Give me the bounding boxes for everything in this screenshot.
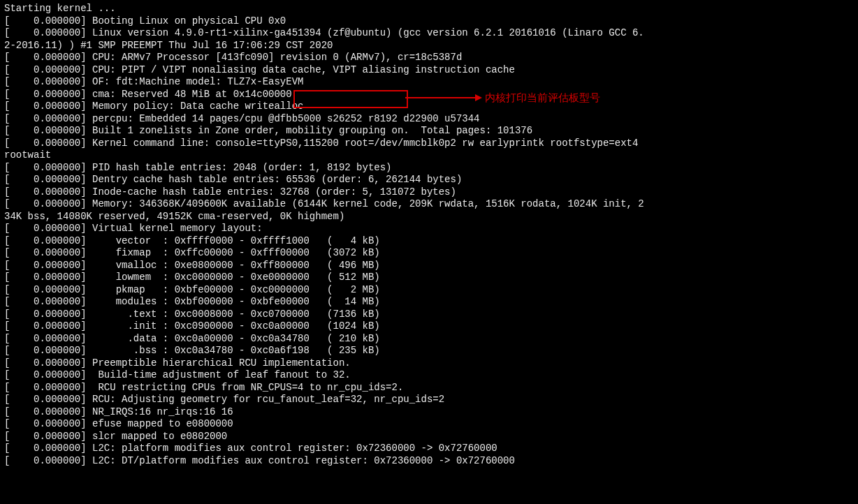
terminal-line: [ 0.000000] Memory policy: Data cache wr… xyxy=(4,101,854,113)
terminal-line: [ 0.000000] RCU restricting CPUs from NR… xyxy=(4,382,854,394)
terminal-line: [ 0.000000] CPU: PIPT / VIPT nonaliasing… xyxy=(4,64,854,77)
terminal-line: [ 0.000000] lowmem : 0xc0000000 - 0xe000… xyxy=(4,272,854,284)
terminal-line: [ 0.000000] CPU: ARMv7 Processor [413fc0… xyxy=(4,52,854,64)
terminal-line: [ 0.000000] .bss : 0xc0a34780 - 0xc0a6f1… xyxy=(4,345,854,357)
terminal-line: 34K bss, 14080K reserved, 49152K cma-res… xyxy=(4,211,854,223)
terminal-line: [ 0.000000] Built 1 zonelists in Zone or… xyxy=(4,125,854,138)
terminal-output: Starting kernel ...[ 0.000000] Booting L… xyxy=(0,0,858,470)
terminal-line: [ 0.000000] Memory: 346368K/409600K avai… xyxy=(4,198,854,211)
terminal-line: [ 0.000000] efuse mapped to e0800000 xyxy=(4,418,854,431)
terminal-line: [ 0.000000] vmalloc : 0xe0800000 - 0xff8… xyxy=(4,260,854,272)
terminal-line: [ 0.000000] .init : 0xc0900000 - 0xc0a00… xyxy=(4,320,854,333)
terminal-line: [ 0.000000] .data : 0xc0a00000 - 0xc0a34… xyxy=(4,333,854,346)
terminal-line: 2-2016.11) ) #1 SMP PREEMPT Thu Jul 16 1… xyxy=(4,40,854,52)
terminal-line: [ 0.000000] Build-time adjustment of lea… xyxy=(4,369,854,382)
terminal-line: [ 0.000000] PID hash table entries: 2048… xyxy=(4,162,854,175)
terminal-line: [ 0.000000] modules : 0xbf000000 - 0xbfe… xyxy=(4,296,854,309)
terminal-line: [ 0.000000] percpu: Embedded 14 pages/cp… xyxy=(4,113,854,126)
terminal-line: [ 0.000000] Booting Linux on physical CP… xyxy=(4,15,854,28)
terminal-line: [ 0.000000] vector : 0xffff0000 - 0xffff… xyxy=(4,235,854,248)
terminal-line: [ 0.000000] .text : 0xc0008000 - 0xc0700… xyxy=(4,309,854,321)
terminal-line: [ 0.000000] Kernel command line: console… xyxy=(4,138,854,150)
terminal-line: [ 0.000000] slcr mapped to e0802000 xyxy=(4,431,854,443)
terminal-line: [ 0.000000] RCU: Adjusting geometry for … xyxy=(4,394,854,406)
terminal-line: [ 0.000000] Preemptible hierarchical RCU… xyxy=(4,357,854,370)
terminal-line: [ 0.000000] L2C: DT/platform modifies au… xyxy=(4,455,854,468)
terminal-line: [ 0.000000] Virtual kernel memory layout… xyxy=(4,223,854,235)
terminal-line: [ 0.000000] cma: Reserved 48 MiB at 0x14… xyxy=(4,89,854,101)
terminal-line: [ 0.000000] L2C: platform modifies aux c… xyxy=(4,443,854,455)
terminal-line: Starting kernel ... xyxy=(4,3,854,15)
terminal-line: [ 0.000000] Dentry cache hash table entr… xyxy=(4,174,854,186)
terminal-line: [ 0.000000] fixmap : 0xffc00000 - 0xfff0… xyxy=(4,247,854,260)
terminal-line: rootwait xyxy=(4,149,854,162)
terminal-line: [ 0.000000] pkmap : 0xbfe00000 - 0xc0000… xyxy=(4,284,854,297)
terminal-line: [ 0.000000] NR_IRQS:16 nr_irqs:16 16 xyxy=(4,406,854,419)
terminal-line: [ 0.000000] Linux version 4.9.0-rt1-xili… xyxy=(4,27,854,40)
terminal-line: [ 0.000000] Inode-cache hash table entri… xyxy=(4,186,854,199)
terminal-line: [ 0.000000] OF: fdt:Machine model: TLZ7x… xyxy=(4,76,854,89)
